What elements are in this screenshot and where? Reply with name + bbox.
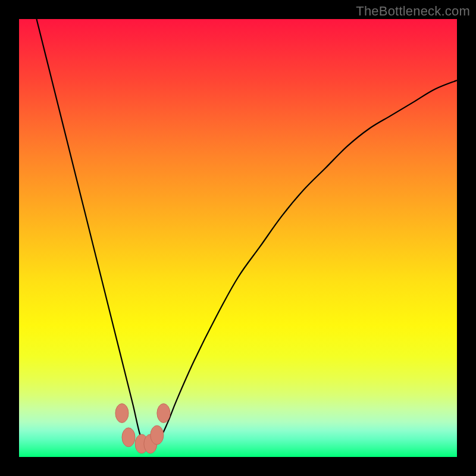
- marker-left-lower: [122, 428, 135, 447]
- bottleneck-curve: [36, 19, 457, 444]
- marker-right-lower: [151, 425, 164, 444]
- watermark-text: TheBottleneck.com: [356, 4, 470, 19]
- chart-frame: TheBottleneck.com: [0, 0, 476, 476]
- marker-right-upper: [157, 403, 170, 422]
- curve-markers: [115, 403, 170, 453]
- marker-left-upper: [115, 403, 129, 422]
- curve-path: [36, 19, 457, 444]
- chart-svg: [19, 19, 457, 457]
- plot-area: [19, 19, 457, 457]
